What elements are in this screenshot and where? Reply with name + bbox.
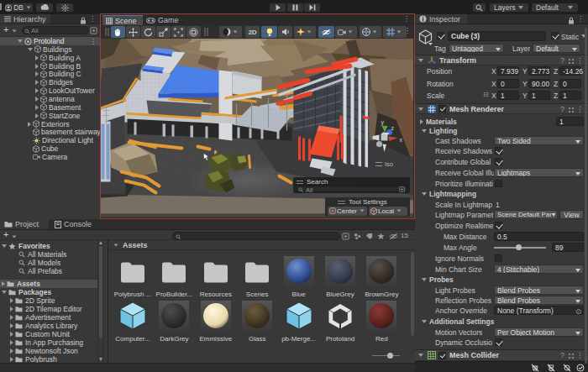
svg-text:y: y bbox=[381, 119, 385, 126]
svg-text:z: z bbox=[391, 125, 395, 131]
svg-text:x: x bbox=[400, 137, 403, 143]
